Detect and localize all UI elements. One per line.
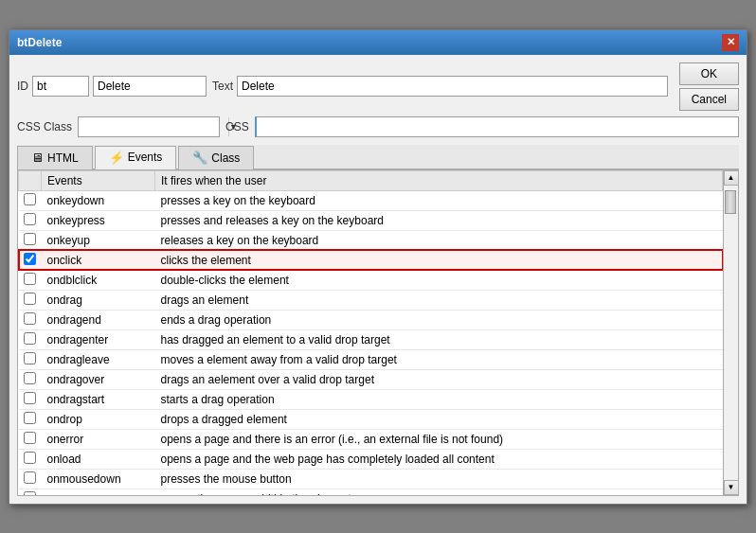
event-description-cell: has dragged an element to a valid drop t… xyxy=(155,329,723,349)
event-checkbox[interactable] xyxy=(24,471,36,484)
event-checkbox[interactable] xyxy=(24,193,36,205)
close-button[interactable]: ✕ xyxy=(722,34,739,51)
event-description-cell: opens a page and the web page has comple… xyxy=(155,449,723,469)
event-description-cell: clicks the element xyxy=(155,250,723,270)
event-checkbox[interactable] xyxy=(24,412,36,424)
event-checkbox[interactable] xyxy=(24,452,36,464)
table-row[interactable]: onmousemovemoves the mouse whithin the e… xyxy=(19,489,723,495)
title-bar: btDelete ✕ xyxy=(9,30,747,55)
event-name-cell: onmousedown xyxy=(42,469,155,489)
event-description-cell: presses and releases a key on the keyboa… xyxy=(155,210,723,230)
css-class-input[interactable] xyxy=(79,118,228,135)
event-checkbox[interactable] xyxy=(24,293,36,305)
css-class-label: CSS Class xyxy=(17,120,72,133)
checkbox-cell xyxy=(19,349,42,369)
event-name-cell: ondragend xyxy=(42,310,155,329)
table-row[interactable]: ondragleavemoves a element away from a v… xyxy=(19,349,723,369)
event-description-cell: presses the mouse button xyxy=(155,469,723,489)
event-checkbox[interactable] xyxy=(24,491,36,495)
text-label: Text xyxy=(212,80,233,93)
event-checkbox[interactable] xyxy=(24,392,36,404)
tab-html[interactable]: 🖥 HTML xyxy=(17,146,93,169)
event-description-cell: drops a dragged element xyxy=(155,409,723,429)
event-description-cell: double-clicks the element xyxy=(155,270,723,290)
event-description-cell: moves the mouse whithin the element xyxy=(155,489,723,495)
event-checkbox[interactable] xyxy=(24,273,36,285)
table-row[interactable]: ondragoverdrags an aelement over a valid… xyxy=(19,369,723,389)
event-name-cell: onload xyxy=(42,449,155,469)
checkbox-cell xyxy=(19,310,42,329)
event-name-cell: ondrag xyxy=(42,290,155,310)
table-row[interactable]: ondragdrags an element xyxy=(19,290,723,310)
css-class-dropdown[interactable]: ▼ xyxy=(78,116,220,137)
events-list: Events It fires when the user onkeydownp… xyxy=(18,170,723,495)
event-checkbox[interactable] xyxy=(24,352,36,364)
col-description-header: It fires when the user xyxy=(155,170,723,190)
id-prefix-input[interactable] xyxy=(32,76,89,97)
event-name-cell: ondragover xyxy=(42,369,155,389)
col-events-header: Events xyxy=(42,170,155,190)
checkbox-cell xyxy=(19,210,42,230)
event-checkbox[interactable] xyxy=(24,432,36,444)
scroll-thumb[interactable] xyxy=(725,190,736,214)
event-name-cell: ondblclick xyxy=(42,270,155,290)
checkbox-cell xyxy=(19,250,42,270)
checkbox-cell xyxy=(19,429,42,449)
table-row[interactable]: ondragendends a drag operation xyxy=(19,310,723,329)
table-row[interactable]: ondblclickdouble-clicks the element xyxy=(19,270,723,290)
text-input[interactable] xyxy=(237,76,668,97)
event-description-cell: drags an element xyxy=(155,290,723,310)
event-name-cell: onmousemove xyxy=(42,489,155,495)
checkbox-cell xyxy=(19,190,42,210)
event-description-cell: opens a page and there is an error (i.e.… xyxy=(155,429,723,449)
tab-events[interactable]: ⚡ Events xyxy=(95,146,177,169)
checkbox-cell xyxy=(19,369,42,389)
event-checkbox[interactable] xyxy=(24,372,36,384)
scroll-down-button[interactable]: ▼ xyxy=(724,480,739,495)
table-row[interactable]: onerroropens a page and there is an erro… xyxy=(19,429,723,449)
events-tab-icon: ⚡ xyxy=(109,151,124,165)
event-name-cell: ondrop xyxy=(42,409,155,429)
event-description-cell: drags an aelement over a valid drop targ… xyxy=(155,369,723,389)
class-tab-icon: 🔧 xyxy=(192,151,207,165)
table-row[interactable]: onkeyupreleases a key on the keyboard xyxy=(19,230,723,250)
event-checkbox[interactable] xyxy=(24,233,36,245)
ok-button[interactable]: OK xyxy=(679,62,739,85)
table-row[interactable]: ondragenterhas dragged an element to a v… xyxy=(19,329,723,349)
tab-class[interactable]: 🔧 Class xyxy=(178,146,254,169)
event-checkbox[interactable] xyxy=(24,213,36,225)
event-checkbox[interactable] xyxy=(24,332,36,345)
event-description-cell: ends a drag operation xyxy=(155,310,723,329)
event-name-cell: onclick xyxy=(42,250,155,270)
checkbox-cell xyxy=(19,409,42,429)
dialog: btDelete ✕ ID Text OK Cancel CSS Class xyxy=(9,29,747,505)
table-row[interactable]: onkeypresspresses and releases a key on … xyxy=(19,210,723,230)
scrollbar[interactable]: ▲ ▼ xyxy=(723,170,738,495)
html-tab-icon: 🖥 xyxy=(31,151,44,165)
event-checkbox[interactable] xyxy=(24,253,36,265)
col-checkbox-header xyxy=(19,170,42,190)
cancel-button[interactable]: Cancel xyxy=(679,88,739,111)
event-name-cell: ondragenter xyxy=(42,329,155,349)
event-name-cell: ondragleave xyxy=(42,349,155,369)
css-input[interactable] xyxy=(255,116,739,137)
css-label: CSS xyxy=(225,120,249,133)
table-row[interactable]: ondragstartstarts a drag operation xyxy=(19,389,723,409)
event-checkbox[interactable] xyxy=(24,312,36,325)
event-name-cell: onkeypress xyxy=(42,210,155,230)
tab-events-label: Events xyxy=(128,151,163,164)
event-description-cell: starts a drag operation xyxy=(155,389,723,409)
table-row[interactable]: onloadopens a page and the web page has … xyxy=(19,449,723,469)
table-row[interactable]: onclickclicks the element xyxy=(19,250,723,270)
event-description-cell: presses a key on the keyboard xyxy=(155,190,723,210)
checkbox-cell xyxy=(19,489,42,495)
scroll-up-button[interactable]: ▲ xyxy=(724,170,739,186)
table-row[interactable]: onmousedownpresses the mouse button xyxy=(19,469,723,489)
dialog-title: btDelete xyxy=(17,36,62,49)
id-label: ID xyxy=(17,80,28,93)
table-row[interactable]: ondropdrops a dragged element xyxy=(19,409,723,429)
checkbox-cell xyxy=(19,230,42,250)
checkbox-cell xyxy=(19,469,42,489)
table-row[interactable]: onkeydownpresses a key on the keyboard xyxy=(19,190,723,210)
id-suffix-input[interactable] xyxy=(93,76,207,97)
